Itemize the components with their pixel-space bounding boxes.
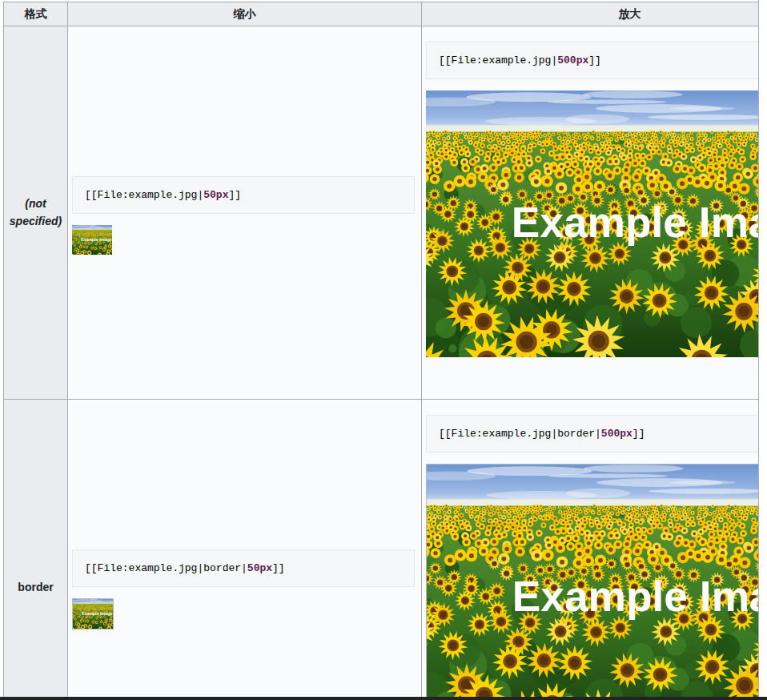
- wikitext-code-large: [[File:example.jpg|border|500px]]: [426, 415, 759, 453]
- sunflower-image: Example Image: [426, 91, 759, 357]
- example-image-thumb-50px-border[interactable]: Example Image: [72, 598, 114, 630]
- header-row: 格式 缩小 放大: [4, 2, 760, 26]
- col-header-reduced: 缩小: [68, 2, 422, 26]
- wikitext-code-small: [[File:example.jpg|border|50px]]: [72, 549, 415, 587]
- code-prefix: [[File:example.jpg|border|: [439, 428, 601, 440]
- sunflower-image: Example Image: [73, 599, 113, 629]
- col-header-format: 格式: [4, 2, 68, 26]
- cell-enlarged-not-specified: [[File:example.jpg|500px]] Example Image: [422, 26, 760, 400]
- page-content: 格式 缩小 放大 (not specified) [[File:example.…: [0, 0, 759, 700]
- image-overlay-text: Example Image: [512, 573, 759, 620]
- wikitext-code-large: [[File:example.jpg|500px]]: [426, 42, 759, 79]
- code-prefix: [[File:example.jpg|: [85, 189, 203, 201]
- sunflower-image: Example Image: [427, 465, 759, 700]
- example-image-thumb-50px[interactable]: Example Image: [72, 225, 112, 255]
- wikitext-code-small: [[File:example.jpg|50px]]: [72, 176, 415, 214]
- sunflower-image: Example Image: [72, 225, 112, 255]
- code-suffix: ]]: [632, 428, 645, 440]
- example-image-500px-border[interactable]: Example Image: [426, 464, 759, 700]
- row-label-not-specified: (not specified): [4, 26, 68, 400]
- content-right-edge: [758, 0, 759, 697]
- code-suffix: ]]: [272, 562, 285, 574]
- image-syntax-table: 格式 缩小 放大 (not specified) [[File:example.…: [3, 2, 759, 700]
- image-overlay-text: Example Image: [81, 237, 112, 242]
- cell-reduced-border: [[File:example.jpg|border|50px]] Example…: [68, 400, 422, 700]
- image-overlay-text: Example Image: [82, 611, 113, 616]
- table-row-border: border [[File:example.jpg|border|50px]] …: [4, 400, 760, 700]
- cell-enlarged-border: [[File:example.jpg|border|500px]] Exampl…: [422, 400, 760, 700]
- cell-reduced-not-specified: [[File:example.jpg|50px]] Example Image: [68, 26, 422, 400]
- code-suffix: ]]: [588, 54, 601, 66]
- code-size-param: 50px: [247, 562, 272, 574]
- example-image-500px[interactable]: Example Image: [426, 91, 759, 357]
- code-prefix: [[File:example.jpg|: [439, 54, 557, 66]
- code-size-param: 50px: [203, 189, 228, 201]
- code-size-param: 500px: [601, 428, 632, 440]
- row-label-border: border: [4, 400, 68, 700]
- code-size-param: 500px: [557, 54, 588, 66]
- col-header-enlarged: 放大: [422, 2, 760, 26]
- code-prefix: [[File:example.jpg|border|: [85, 562, 247, 574]
- table-row-not-specified: (not specified) [[File:example.jpg|50px]…: [4, 26, 760, 400]
- image-overlay-text: Example Image: [512, 199, 759, 246]
- code-suffix: ]]: [228, 189, 241, 201]
- window-bottom-edge: [0, 697, 767, 700]
